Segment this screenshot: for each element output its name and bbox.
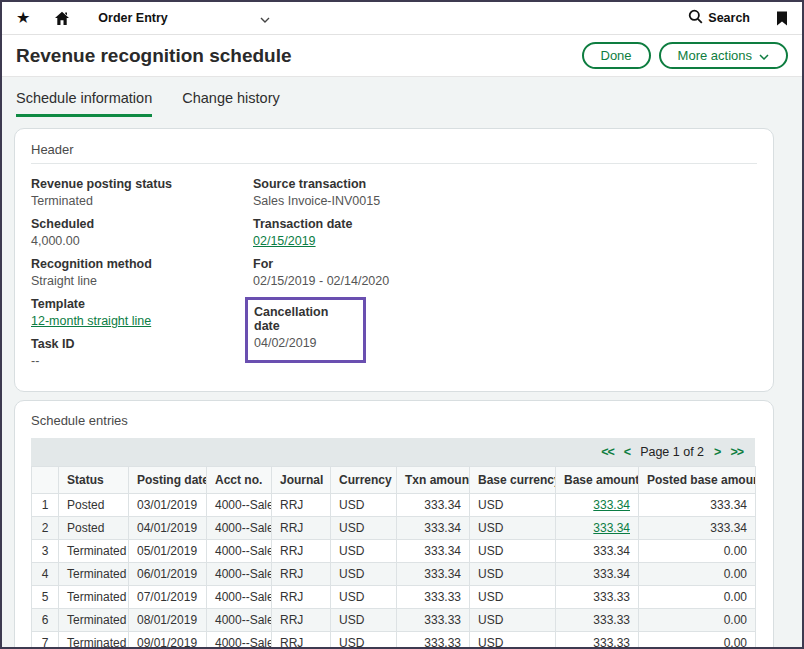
cell-posting-date: 05/01/2019 <box>129 540 207 563</box>
field-task-id: Task ID -- <box>31 337 253 368</box>
cell-posted-base-amount: 0.00 <box>639 586 756 609</box>
field-source-transaction: Source transaction Sales Invoice-INV0015 <box>253 177 583 208</box>
search-label: Search <box>708 11 750 25</box>
table-row: 3Terminated05/01/20194000--SalesRRJUSD33… <box>32 540 756 563</box>
cell-base-currency: USD <box>470 540 556 563</box>
more-actions-label: More actions <box>678 48 752 63</box>
schedule-entries-section: Schedule entries << < Page 1 of 2 > >> S… <box>14 400 774 649</box>
cell-status: Terminated <box>59 540 129 563</box>
page-title-bar: Revenue recognition schedule Done More a… <box>2 35 802 77</box>
table-row: 5Terminated07/01/20194000--SalesRRJUSD33… <box>32 586 756 609</box>
favorite-star-icon[interactable]: ★ <box>16 10 30 26</box>
field-label: Recognition method <box>31 257 253 271</box>
next-page-button[interactable]: > <box>714 445 720 459</box>
header-section: Header Revenue posting status Terminated… <box>14 128 774 392</box>
first-page-button[interactable]: << <box>601 445 614 459</box>
cell-acct-no: 4000--Sales <box>207 586 272 609</box>
column-header-journal: Journal <box>272 467 331 494</box>
cell-base-currency: USD <box>470 517 556 540</box>
prev-page-button[interactable]: < <box>624 445 630 459</box>
cell-currency: USD <box>331 563 397 586</box>
cell-currency: USD <box>331 517 397 540</box>
cell-posting-date: 06/01/2019 <box>129 563 207 586</box>
cell-acct-no: 4000--Sales <box>207 494 272 517</box>
more-actions-button[interactable]: More actions <box>659 42 788 69</box>
cell-base-currency: USD <box>470 494 556 517</box>
cell-base-currency: USD <box>470 609 556 632</box>
cell-currency: USD <box>331 609 397 632</box>
search-control[interactable]: Search <box>688 9 750 28</box>
home-icon[interactable] <box>54 11 70 26</box>
app-window: ★ Order Entry Search Revenue recognition… <box>0 0 804 649</box>
field-label: Task ID <box>31 337 253 351</box>
cell-base-amount: 333.34 <box>556 563 639 586</box>
field-label: Transaction date <box>253 217 583 231</box>
transaction-date-link[interactable]: 02/15/2019 <box>253 234 316 248</box>
column-header-base-currency: Base currency <box>470 467 556 494</box>
header-section-title: Header <box>31 142 757 164</box>
schedule-entries-title: Schedule entries <box>31 413 757 428</box>
cell-status: Terminated <box>59 563 129 586</box>
table-header-row: StatusPosting dateAcct no.JournalCurrenc… <box>32 467 756 494</box>
field-label: Cancellation date <box>254 305 357 333</box>
cell-base-amount: 333.33 <box>556 609 639 632</box>
table-row: 1Posted03/01/20194000--SalesRRJUSD333.34… <box>32 494 756 517</box>
module-selector-label: Order Entry <box>98 11 167 25</box>
field-cancellation-date: Cancellation date 04/02/2019 <box>254 305 357 350</box>
cell-status: Posted <box>59 517 129 540</box>
cell-status: Posted <box>59 494 129 517</box>
cell-acct-no: 4000--Sales <box>207 609 272 632</box>
last-page-button[interactable]: >> <box>730 445 743 459</box>
cell-base-amount: 333.34 <box>556 494 639 517</box>
cell-journal: RRJ <box>272 609 331 632</box>
cell-n: 5 <box>32 586 59 609</box>
cell-base-amount: 333.33 <box>556 586 639 609</box>
header-fields-right-column: Source transaction Sales Invoice-INV0015… <box>253 177 583 377</box>
cell-journal: RRJ <box>272 494 331 517</box>
page-title: Revenue recognition schedule <box>16 45 292 67</box>
cell-posted-base-amount: 0.00 <box>639 632 756 649</box>
tab-schedule-information[interactable]: Schedule information <box>16 90 152 117</box>
cell-txn-amount: 333.34 <box>397 540 470 563</box>
column-header-base-amount: Base amount <box>556 467 639 494</box>
field-value: Sales Invoice-INV0015 <box>253 194 583 208</box>
cell-posted-base-amount: 333.34 <box>639 517 756 540</box>
field-value: Straight line <box>31 274 253 288</box>
field-value: 4,000.00 <box>31 234 253 248</box>
field-label: Source transaction <box>253 177 583 191</box>
cell-acct-no: 4000--Sales <box>207 517 272 540</box>
cell-posted-base-amount: 0.00 <box>639 563 756 586</box>
tab-change-history[interactable]: Change history <box>182 90 280 117</box>
cell-status: Terminated <box>59 586 129 609</box>
bookmark-icon[interactable] <box>776 11 788 26</box>
column-header-posting-date: Posting date <box>129 467 207 494</box>
field-value: -- <box>31 354 253 368</box>
field-label: Template <box>31 297 253 311</box>
cell-base-currency: USD <box>470 632 556 649</box>
cell-journal: RRJ <box>272 632 331 649</box>
chevron-down-icon <box>260 9 270 27</box>
cell-journal: RRJ <box>272 540 331 563</box>
field-for-period: For 02/15/2019 - 02/14/2020 <box>253 257 583 288</box>
cell-journal: RRJ <box>272 586 331 609</box>
field-label: For <box>253 257 583 271</box>
template-link[interactable]: 12-month straight line <box>31 314 151 328</box>
table-row: 4Terminated06/01/20194000--SalesRRJUSD33… <box>32 563 756 586</box>
cell-posted-base-amount: 0.00 <box>639 540 756 563</box>
field-transaction-date: Transaction date 02/15/2019 <box>253 217 583 248</box>
cell-currency: USD <box>331 586 397 609</box>
base-amount-link[interactable]: 333.34 <box>593 521 630 535</box>
header-fields-left-column: Revenue posting status Terminated Schedu… <box>31 177 253 377</box>
cell-n: 1 <box>32 494 59 517</box>
cell-n: 4 <box>32 563 59 586</box>
base-amount-link[interactable]: 333.34 <box>593 498 630 512</box>
module-selector[interactable]: Order Entry <box>98 9 270 27</box>
cell-txn-amount: 333.34 <box>397 517 470 540</box>
cell-acct-no: 4000--Sales <box>207 563 272 586</box>
cell-n: 7 <box>32 632 59 649</box>
cell-base-currency: USD <box>470 586 556 609</box>
cell-base-amount: 333.33 <box>556 632 639 649</box>
done-button[interactable]: Done <box>582 42 651 69</box>
cell-acct-no: 4000--Sales <box>207 632 272 649</box>
cell-txn-amount: 333.33 <box>397 586 470 609</box>
